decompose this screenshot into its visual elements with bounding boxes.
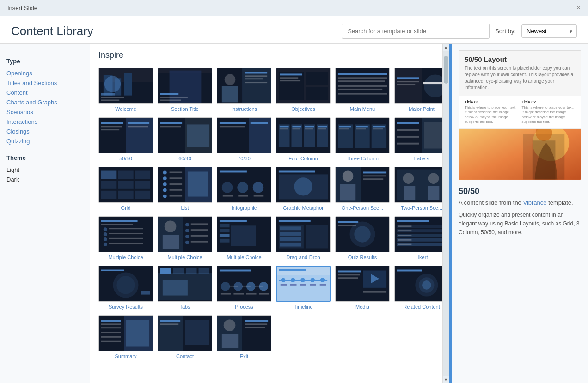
sort-wrapper: Newest Oldest A-Z Z-A	[521, 24, 577, 38]
slide-thumb-60/40[interactable]: 60/40	[158, 117, 212, 161]
svg-rect-162	[109, 238, 143, 239]
slide-thumb-timeline[interactable]: Timeline	[276, 266, 331, 310]
slide-thumb-process[interactable]: Process	[217, 266, 271, 310]
slide-thumb-infographic[interactable]: Infographic	[217, 167, 271, 211]
sidebar-theme-light[interactable]: Light	[6, 165, 83, 175]
sidebar-item-openings[interactable]: Openings	[6, 68, 83, 78]
slide-thumb-multiple-choice[interactable]: Multiple Choice	[217, 216, 271, 260]
slide-label: Four Column	[288, 156, 318, 161]
slide-thumb-multiple-choice[interactable]: Multiple Choice	[98, 216, 153, 260]
slide-label: Related Content	[403, 304, 440, 310]
svg-rect-135	[279, 171, 315, 173]
svg-point-119	[163, 188, 167, 192]
sidebar-item-charts[interactable]: Charts and Graphs	[6, 97, 83, 107]
main-window: Insert Slide × Content Library Sort by: …	[0, 0, 588, 383]
slide-thumb-graphic-metaphor[interactable]: Graphic Metaphor	[276, 167, 331, 211]
slide-preview-image	[276, 167, 331, 203]
svg-rect-35	[338, 80, 385, 82]
slide-thumb-multiple-choice[interactable]: Multiple Choice	[158, 216, 212, 260]
slide-thumb-summary[interactable]: Summary	[98, 315, 153, 359]
svg-point-172	[185, 229, 189, 232]
sidebar-theme-dark[interactable]: Dark	[6, 175, 83, 184]
slide-label: Multiple Choice	[167, 255, 202, 260]
scroll-down-arrow[interactable]: ▼	[443, 377, 449, 383]
sidebar-item-interactions[interactable]: Interactions	[6, 117, 83, 127]
sidebar-item-scenarios[interactable]: Scenarios	[6, 107, 83, 117]
slide-thumb-quiz-results[interactable]: Quiz Results	[335, 216, 390, 260]
slide-thumb-contact[interactable]: Contact	[158, 315, 212, 359]
slide-label: Grid	[121, 205, 131, 211]
svg-rect-247	[290, 284, 297, 286]
slide-thumb-welcome[interactable]: Welcome	[98, 68, 153, 112]
scroll-up-arrow[interactable]: ▲	[443, 44, 449, 50]
slide-thumb-50/50[interactable]: 50/50	[98, 117, 153, 161]
slide-thumb-70/30[interactable]: 70/30	[217, 117, 271, 161]
svg-point-174	[185, 235, 189, 238]
svg-rect-18	[245, 72, 267, 74]
slide-preview-image	[217, 216, 271, 252]
svg-rect-33	[338, 73, 387, 75]
slide-thumb-labels[interactable]: Labels	[394, 117, 442, 161]
svg-rect-23	[222, 86, 238, 102]
slide-thumb-list[interactable]: List	[158, 167, 212, 211]
close-button[interactable]: ×	[576, 4, 581, 12]
slide-thumb-one-person-sce...[interactable]: One-Person Sce...	[335, 167, 390, 211]
svg-rect-50	[101, 126, 122, 127]
slide-thumb-main-menu[interactable]: Main Menu	[335, 68, 390, 112]
svg-rect-200	[338, 225, 356, 226]
slide-thumb-exit[interactable]: Exit	[217, 315, 271, 359]
svg-rect-181	[231, 225, 256, 246]
svg-rect-78	[318, 126, 327, 127]
sidebar-item-closings[interactable]: Closings	[6, 127, 83, 136]
slide-thumb-tabs[interactable]: Tabs	[158, 266, 212, 310]
slide-thumb-likert[interactable]: Likert	[394, 216, 442, 260]
svg-rect-97	[397, 136, 419, 138]
preview-col-2: Title 02 This is where to place your tex…	[522, 100, 576, 125]
slide-thumb-drag-and-drop[interactable]: Drag-and-Drop	[276, 216, 331, 260]
svg-rect-245	[281, 284, 287, 286]
sidebar: Type Openings Titles and Sections Conten…	[0, 44, 90, 383]
slide-preview-image	[217, 266, 271, 302]
slide-thumb-section-title[interactable]: Section Title	[158, 68, 212, 112]
svg-rect-173	[191, 229, 208, 231]
scrollbar[interactable]: ▲ ▼	[442, 44, 449, 383]
svg-rect-25	[279, 72, 304, 100]
search-input[interactable]	[342, 24, 490, 39]
slide-preview-image	[394, 266, 442, 302]
svg-point-163	[104, 243, 107, 246]
svg-point-5	[104, 76, 121, 92]
slide-label: Section Title	[171, 106, 199, 112]
svg-rect-224	[173, 268, 184, 274]
svg-point-115	[163, 176, 167, 180]
sidebar-item-content[interactable]: Content	[6, 88, 83, 97]
svg-rect-132	[254, 195, 264, 197]
scrollbar-thumb[interactable]	[444, 56, 448, 84]
svg-rect-205	[398, 225, 411, 227]
slide-thumb-related-content[interactable]: Related Content	[394, 266, 442, 310]
preview-template-link[interactable]: Vibrance	[523, 199, 546, 206]
slide-thumb-grid[interactable]: Grid	[98, 167, 153, 211]
svg-rect-89	[373, 126, 385, 127]
slide-preview-image	[276, 117, 331, 153]
svg-rect-53	[128, 126, 148, 127]
preview-image-box: 50/50 Layout The text on this screen is …	[459, 50, 581, 180]
sort-select[interactable]: Newest Oldest A-Z Z-A	[521, 24, 577, 38]
svg-rect-240	[242, 286, 251, 287]
slide-thumb-survey-results[interactable]: Survey Results	[98, 266, 153, 310]
sidebar-item-quizzing[interactable]: Quizzing	[6, 136, 83, 146]
slide-label: Infographic	[232, 205, 257, 211]
slide-thumb-four-column[interactable]: Four Column	[276, 117, 331, 161]
slide-thumb-major-point[interactable]: Major Point	[394, 68, 442, 112]
slide-preview-image	[98, 266, 153, 302]
svg-rect-84	[339, 128, 349, 129]
svg-rect-143	[363, 171, 386, 173]
slide-thumb-objectives[interactable]: Objectives	[276, 68, 331, 112]
slide-preview-image	[158, 167, 212, 203]
sidebar-item-titles[interactable]: Titles and Sections	[6, 78, 83, 88]
slide-thumb-three-column[interactable]: Three Column	[335, 117, 390, 161]
slide-thumb-two-person-sce...[interactable]: Two-Person Sce...	[394, 167, 442, 211]
slide-thumb-instructions[interactable]: Instructions	[217, 68, 271, 112]
slide-thumb-media[interactable]: Media	[335, 266, 390, 310]
slide-preview-image	[158, 315, 212, 351]
svg-rect-223	[160, 268, 172, 274]
